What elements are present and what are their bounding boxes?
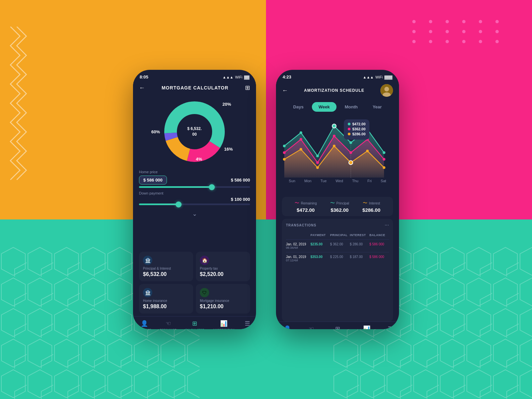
chart-days: Sun Mon Tue Wed Thu Fri Sat — [281, 179, 394, 183]
status-icons-left: ▲▲▲ WiFi ▓▓ — [222, 75, 249, 79]
tooltip-row-2: $362.00 — [348, 127, 366, 131]
tooltip-dot-3 — [348, 133, 350, 135]
tab-year[interactable]: Year — [366, 102, 388, 112]
bottom-nav-left: 👤 SUPPORT ☜ REFINaNce ⊞ CALCULATOR 📊 AMO… — [133, 316, 256, 329]
nav-menu-right[interactable]: ☰ MENU — [386, 325, 395, 329]
card-label-tax: Property tax — [200, 267, 246, 270]
slider-fill-home — [139, 186, 211, 188]
tx-time-text-2: 07:12AM — [286, 259, 311, 262]
legend-value-remaining: $472.00 — [297, 207, 315, 213]
notch-right — [318, 70, 357, 79]
back-button-right[interactable]: ← — [282, 87, 288, 94]
col-header-payment: Payment — [311, 233, 330, 237]
back-button-left[interactable]: ← — [139, 84, 145, 91]
battery-icon-right: ▓▓▓ — [384, 75, 392, 79]
nav-label-menu-l: MENU — [243, 328, 252, 329]
chart-dot — [333, 135, 335, 137]
tooltip-value-3: $286.00 — [352, 132, 366, 136]
nav-menu-left[interactable]: ☰ MENU — [243, 320, 252, 329]
nav-amortization-left[interactable]: 📊 AMORTIZATION — [213, 320, 235, 329]
nav-support-left[interactable]: 👤 SUPPORT — [137, 320, 151, 329]
donut-label-20: 20% — [222, 102, 231, 107]
amortization-icon-right: 📊 — [363, 325, 370, 329]
tooltip-dot-1 — [348, 123, 350, 125]
right-phone-content: Days Week Month Year $472.00 $362.00 — [276, 99, 399, 329]
wave-icon-interest: 〜 — [363, 200, 367, 206]
tx-balance-2: $ 586 000 — [369, 255, 389, 262]
chart-dot — [333, 145, 335, 147]
nav-label-refinance: REFINaNce — [160, 328, 177, 329]
day-thu: Thu — [352, 179, 358, 183]
chart-svg — [281, 116, 394, 179]
right-header-title: AMORTIZATION SCHEDULE — [304, 88, 364, 93]
slider-fill-down — [139, 203, 178, 205]
donut-wrapper: $ 6,532. 00 60% 20% 16% 4% — [161, 98, 228, 165]
tx-principal-1: $ 362.00 — [330, 242, 350, 249]
support-icon-right: 👤 — [284, 325, 291, 329]
tooltip-row-1: $472.00 — [348, 122, 366, 126]
card-label-mort-ins: Mortgage insurance — [200, 299, 246, 303]
nav-amortization-right[interactable]: 📊 AMORTIZATION — [356, 325, 378, 329]
donut-label-60: 60% — [151, 129, 160, 134]
home-price-slider[interactable] — [139, 186, 250, 188]
home-price-value-row: $ 586 000 $ 586 000 — [139, 176, 250, 185]
svg-point-7 — [384, 87, 389, 91]
down-payment-value-row: $ 100 000 — [139, 197, 250, 202]
tab-days[interactable]: Days — [287, 102, 310, 112]
tooltip-dot-2 — [348, 128, 350, 130]
calculator-icon-right: ⊞ — [335, 325, 340, 329]
legend-interest-label-row: 〜 Interest — [363, 200, 380, 206]
col-header-principal: Principal — [330, 233, 350, 237]
chart-dot — [283, 151, 286, 154]
legend-text-principal: Principal — [336, 201, 349, 205]
tooltip-value-1: $472.00 — [352, 122, 366, 126]
nav-support-right[interactable]: 👤 SUPPORT — [280, 325, 294, 329]
tx-interest-1: $ 286.00 — [350, 242, 369, 249]
tx-payment-2: $353.00 — [311, 255, 330, 262]
transactions-header: TRANSACTIONS ··· — [286, 222, 389, 228]
down-payment-slider[interactable] — [139, 203, 250, 205]
donut-label-4: 4% — [196, 157, 202, 162]
chart-area: $472.00 $362.00 $286.00 — [276, 114, 399, 194]
nav-refinance-right[interactable]: ☜ REFINANCE — [303, 325, 320, 329]
legend-text-interest: Interest — [369, 201, 380, 205]
chart-dot — [349, 151, 352, 154]
right-app-header: ← AMORTIZATION SCHEDULE — [276, 81, 399, 99]
down-payment-row: Down payment $ 100 000 — [139, 191, 250, 205]
card-value-tax: $2,520.00 — [200, 271, 246, 277]
card-value-mort-ins: $1,210.00 — [200, 304, 246, 310]
card-icon-home-ins: 🏦 — [143, 288, 152, 297]
day-sat: Sat — [381, 179, 386, 183]
legend-text-remaining: Remaining — [301, 201, 317, 205]
slider-thumb-home[interactable] — [209, 184, 215, 190]
legend-value-interest: $286.00 — [362, 207, 380, 213]
tab-week[interactable]: Week — [312, 102, 336, 112]
cards-grid: 🏦 Principal & Interest $6,532.00 🏠 Prope… — [133, 249, 256, 316]
transactions-menu-dots[interactable]: ··· — [385, 222, 389, 228]
chart-dot — [383, 151, 385, 154]
col-header-interest: Interest — [350, 233, 369, 237]
card-home-insurance: 🏦 Home insurance $1,988.00 — [139, 284, 193, 314]
chart-dot — [300, 138, 302, 141]
chart-dot — [366, 150, 369, 152]
nav-calculator-right[interactable]: ⊞ CALCULATOR — [328, 325, 347, 329]
transactions-title: TRANSACTIONS — [286, 223, 316, 227]
nav-refinance-left[interactable]: ☜ REFINaNce — [160, 320, 177, 329]
nav-calculator-left[interactable]: ⊞ CALCULATOR — [185, 320, 204, 329]
filter-button[interactable]: ⊞ — [245, 84, 250, 91]
home-price-label: Home price — [139, 170, 250, 174]
legend-interest: 〜 Interest $286.00 — [362, 200, 380, 213]
tx-date-1: Jan. 02, 2019 06:34AM — [286, 242, 311, 249]
day-sun: Sun — [289, 179, 296, 183]
refinance-icon-right: ☜ — [309, 325, 314, 329]
home-price-badge[interactable]: $ 586 000 — [139, 176, 167, 185]
status-time-left: 8:05 — [140, 74, 148, 79]
nav-label-calculator: CALCULATOR — [185, 328, 204, 329]
battery-icon: ▓▓ — [244, 75, 249, 79]
expand-button[interactable]: ⌄ — [139, 208, 250, 219]
tab-month[interactable]: Month — [338, 102, 364, 112]
slider-thumb-down[interactable] — [176, 201, 182, 207]
chart-dot-active — [332, 124, 336, 128]
chart-dot — [383, 158, 385, 161]
legend-remaining: 〜 Remaining $472.00 — [295, 200, 317, 213]
